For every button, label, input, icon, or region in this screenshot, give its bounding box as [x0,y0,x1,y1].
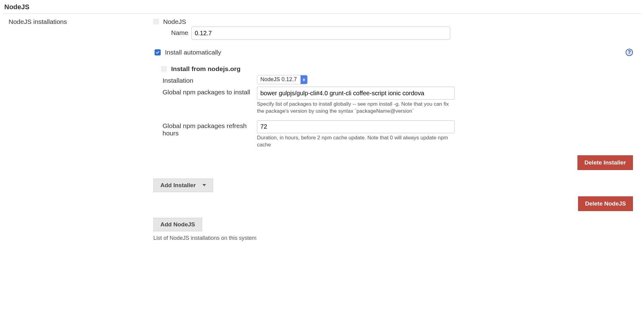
add-nodejs-button[interactable]: Add NodeJS [153,218,202,231]
installation-label: Installation [161,75,257,84]
delete-nodejs-button[interactable]: Delete NodeJS [578,196,633,211]
refresh-hours-help: Duration, in hours, before 2 npm cache u… [257,134,454,149]
add-installer-button[interactable]: Add Installer [153,179,213,192]
chevron-up-down-icon [301,75,307,84]
installations-label: NodeJS installations [3,18,153,25]
add-installer-label: Add Installer [160,182,196,189]
section-title: NodeJS [3,3,641,14]
installer-heading: Install from nodejs.org [171,65,240,73]
name-input[interactable] [191,27,450,40]
name-label: Name [153,27,191,36]
drag-handle-icon[interactable] [153,19,159,25]
refresh-hours-label: Global npm packages refresh hours [161,120,257,137]
installation-select[interactable]: NodeJS 0.12.7 [257,75,308,84]
entry-heading: NodeJS [163,18,186,25]
global-packages-label: Global npm packages to install [161,87,257,96]
refresh-hours-input[interactable] [257,120,454,133]
install-automatically-label: Install automatically [165,49,626,56]
drag-handle-icon[interactable] [161,66,167,72]
check-icon [155,50,160,55]
caret-down-icon [202,184,206,186]
help-icon[interactable]: ? [626,49,633,56]
delete-installer-button[interactable]: Delete Installer [577,155,633,170]
installations-footer-note: List of NodeJS installations on this sys… [153,235,635,241]
global-packages-input[interactable] [257,87,454,100]
global-packages-help: Specify list of packages to install glob… [257,101,454,115]
installation-selected: NodeJS 0.12.7 [257,75,301,84]
install-automatically-checkbox[interactable] [155,49,161,55]
